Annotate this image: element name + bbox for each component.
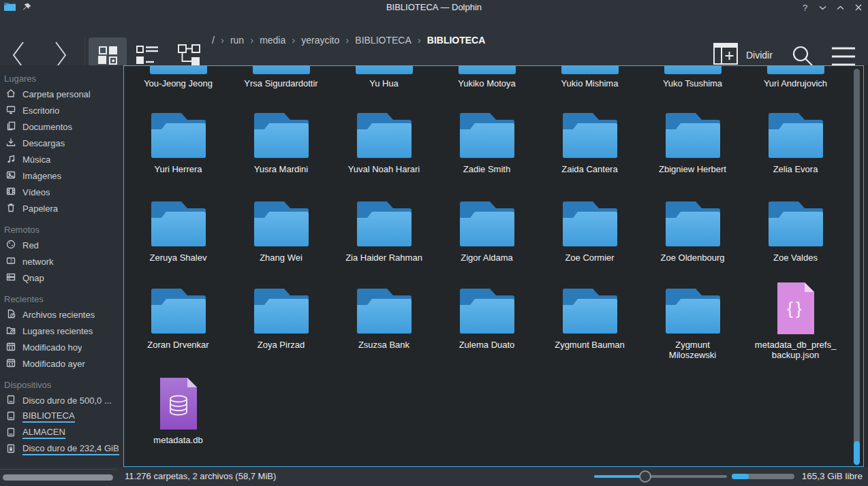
sidebar-item-modificado-ayer[interactable]: Modificado ayer (0, 355, 123, 372)
places-panel: LugaresCarpeta personalEscritorioDocumen… (0, 65, 123, 467)
grid-row: Zeruya Shalev Zhang Wei Zia Haider Rahma… (127, 195, 847, 263)
sidebar-item-disco-duro-de-500-0[interactable]: Disco duro de 500,0 ... (0, 392, 123, 408)
documents-icon (5, 120, 16, 133)
image-icon (5, 169, 16, 182)
sidebar-item-label: Vídeos (22, 187, 50, 197)
folder-item[interactable]: Zoya Pirzad (230, 282, 332, 360)
item-label: metadata_db_prefs_backup.json (754, 340, 837, 360)
folder-item[interactable]: Zbigniew Herbert (641, 107, 744, 174)
item-label: Zigor Aldama (461, 253, 513, 263)
folder-item[interactable]: Zeruya Shalev (127, 195, 230, 263)
breadcrumb-separator-icon: › (221, 35, 224, 45)
folder-item[interactable]: Zoe Valdes (744, 195, 847, 263)
help-button[interactable]: ? (801, 2, 809, 13)
svg-text:?: ? (10, 257, 12, 263)
sidebar-item-biblioteca[interactable]: BIBLIOTECA (0, 408, 123, 425)
folder-item[interactable]: Zia Haider Rahman (332, 195, 435, 263)
folder-icon (149, 282, 208, 336)
folder-icon (252, 282, 311, 336)
folder-item[interactable]: Yuval Noah Harari (332, 107, 435, 174)
folder-item[interactable]: Yusra Mardini (230, 107, 332, 174)
folder-icon (664, 282, 722, 336)
sidebar-item-carpeta-personal[interactable]: Carpeta personal (0, 86, 123, 102)
breadcrumb-item[interactable]: run (230, 35, 244, 46)
breadcrumb-item[interactable]: BIBLIOTECA (355, 35, 411, 46)
sidebar-item-modificado-hoy[interactable]: Modificado hoy (0, 339, 123, 355)
sidebar-item-escritorio[interactable]: Escritorio (0, 102, 123, 118)
sidebar-item-documentos[interactable]: Documentos (0, 118, 123, 135)
folder-item[interactable]: Zoran Drvenkar (127, 282, 230, 360)
sidebar-section-header: Remotos (0, 223, 123, 237)
sidebar-item-m-sica[interactable]: Música (0, 151, 123, 167)
sidebar-horizontal-scrollbar[interactable] (3, 474, 113, 481)
item-label: Zulema Duato (459, 340, 515, 350)
folder-item[interactable]: Zygmunt Bauman (538, 282, 641, 360)
maximize-button[interactable] (836, 2, 845, 13)
split-view-button[interactable]: Dividir (713, 42, 773, 67)
file-item[interactable]: metadata.db (127, 378, 230, 445)
folder-icon (458, 195, 516, 248)
item-label: Yuko Tsushima (663, 78, 722, 88)
vertical-scrollbar-thumb[interactable] (854, 441, 860, 465)
folder-icon-partial (150, 66, 207, 74)
sidebar-item-label: Carpeta personal (22, 89, 91, 99)
folder-item[interactable]: Zsuzsa Bank (332, 282, 435, 360)
sidebar-item-v-deos[interactable]: Vídeos (0, 184, 123, 200)
item-label: Zadie Smith (463, 164, 510, 174)
sidebar-item-label: network (22, 257, 54, 267)
folder-item[interactable]: Zigor Aldama (435, 195, 538, 263)
folder-icon (355, 282, 414, 336)
minimize-button[interactable] (818, 2, 827, 13)
breadcrumb-item[interactable]: yeraycito (301, 35, 339, 46)
folder-icon (355, 107, 414, 160)
folder-item[interactable]: Zaida Cantera (538, 107, 641, 174)
breadcrumb-item[interactable]: / (212, 35, 215, 46)
folder-item[interactable]: Yu Hua (332, 66, 435, 88)
folder-icon (252, 195, 311, 248)
folder-item[interactable]: Zadie Smith (435, 107, 538, 174)
sidebar-item-im-genes[interactable]: Imágenes (0, 167, 123, 184)
close-button[interactable] (854, 2, 863, 13)
breadcrumb-item[interactable]: BIBLIOTECA (427, 35, 486, 46)
drive-icon (5, 394, 16, 407)
folder-view[interactable]: You-Jeong JeongYrsa SigurdardottirYu Hua… (123, 65, 864, 467)
folder-icon (252, 107, 311, 160)
folder-item[interactable]: Zelia Evora (744, 107, 847, 174)
folder-icon (149, 195, 208, 248)
folder-icon-partial (356, 66, 413, 74)
sidebar-item-lugares-recientes[interactable]: Lugares recientes (0, 323, 123, 339)
sidebar-item-disco-duro-de-232-4-gib[interactable]: Disco duro de 232,4 GiB (0, 441, 123, 457)
server-icon (5, 272, 16, 285)
folder-item[interactable]: You-Jeong Jeong (127, 66, 230, 88)
file-item[interactable]: {} metadata_db_prefs_backup.json (744, 282, 847, 360)
item-label: You-Jeong Jeong (144, 78, 213, 88)
folder-item[interactable]: Zoe Cormier (538, 195, 641, 263)
breadcrumb-separator-icon: › (418, 35, 421, 45)
folder-item[interactable]: Yuri Herrera (127, 107, 230, 174)
sidebar-item-label: Archivos recientes (22, 310, 95, 320)
folder-item[interactable]: Yuko Tsushima (641, 66, 744, 88)
folder-item[interactable]: Zhang Wei (230, 195, 332, 263)
folder-item[interactable]: Yukio Mishima (538, 66, 641, 88)
item-label: Yukiko Motoya (458, 78, 516, 88)
sidebar-item-papelera[interactable]: Papelera (0, 200, 123, 216)
breadcrumb-item[interactable]: media (260, 35, 285, 46)
folder-item[interactable]: Zygmunt Miloszewski (641, 282, 744, 360)
folder-item[interactable]: Yrsa Sigurdardottir (230, 66, 332, 88)
item-label: Yrsa Sigurdardottir (244, 78, 317, 88)
sidebar-item-archivos-recientes[interactable]: Archivos recientes (0, 306, 123, 323)
sidebar-item-red[interactable]: Red (0, 237, 123, 253)
zoom-slider-handle[interactable] (639, 470, 651, 483)
vertical-scrollbar-track[interactable] (854, 69, 860, 457)
folder-item[interactable]: Zoe Oldenbourg (641, 195, 744, 263)
sidebar-item-almacen[interactable]: ALMACEN (0, 425, 123, 441)
folder-item[interactable]: Zulema Duato (435, 282, 538, 360)
sidebar-item-label: Modificado hoy (22, 342, 82, 353)
folder-item[interactable]: Yuri Andrujovich (744, 66, 847, 88)
folder-item[interactable]: Yukiko Motoya (435, 66, 538, 88)
sidebar-item-network[interactable]: ?network (0, 253, 123, 270)
folder-icon (561, 195, 619, 248)
sidebar-item-descargas[interactable]: Descargas (0, 135, 123, 151)
sidebar-item-qnap[interactable]: Qnap (0, 270, 123, 286)
item-label: Yuval Noah Harari (348, 164, 420, 174)
